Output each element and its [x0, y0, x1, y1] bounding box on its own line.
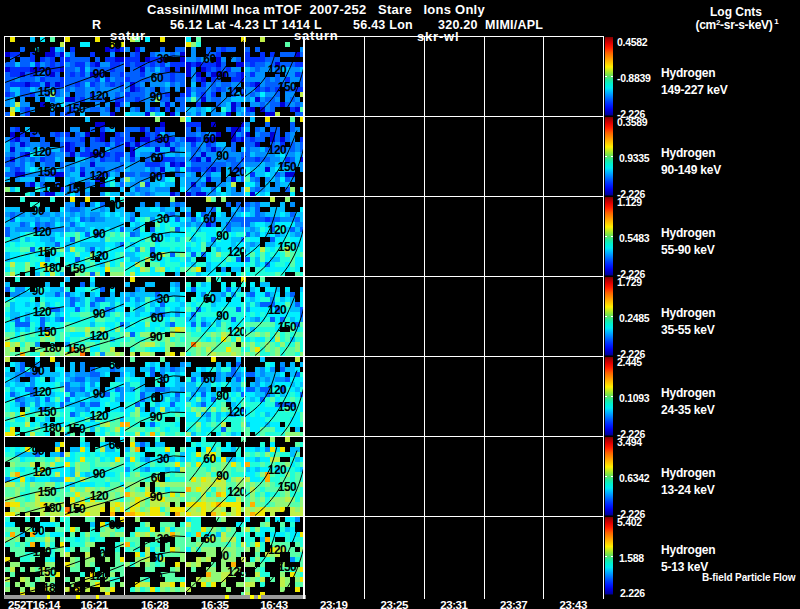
svg-text:90-149 keV: 90-149 keV — [661, 163, 721, 177]
svg-text:16:28: 16:28 — [141, 599, 169, 609]
svg-text:Hydrogen: Hydrogen — [661, 226, 715, 240]
svg-text:Hydrogen: Hydrogen — [661, 386, 715, 400]
svg-text:23:31: 23:31 — [440, 599, 468, 609]
svg-text:16:35: 16:35 — [201, 599, 229, 609]
svg-text:0.6342: 0.6342 — [619, 472, 650, 484]
svg-text:0.9335: 0.9335 — [619, 152, 650, 164]
svg-text:23:43: 23:43 — [560, 599, 587, 609]
svg-text:56.43 Lon: 56.43 Lon — [353, 18, 413, 32]
svg-text:0.1093: 0.1093 — [619, 392, 650, 404]
svg-text:1.129: 1.129 — [617, 196, 642, 208]
svg-text:skr-wl: skr-wl — [417, 29, 459, 44]
svg-text:252T16:14: 252T16:14 — [8, 599, 61, 609]
svg-text:0.3589: 0.3589 — [617, 116, 648, 128]
svg-text:Hydrogen: Hydrogen — [661, 66, 715, 80]
svg-text:Hydrogen: Hydrogen — [661, 146, 715, 160]
svg-text:24-35 keV: 24-35 keV — [661, 403, 715, 417]
svg-text:149-227 keV: 149-227 keV — [661, 83, 728, 97]
svg-text:-0.8839: -0.8839 — [617, 72, 651, 84]
svg-text:3.494: 3.494 — [617, 436, 642, 448]
svg-text:23:25: 23:25 — [381, 599, 409, 609]
svg-text:B-field Particle Flow: B-field Particle Flow — [702, 572, 796, 583]
svg-text:0.5483: 0.5483 — [619, 232, 650, 244]
svg-text:0.4582: 0.4582 — [617, 36, 648, 48]
svg-text:16:43: 16:43 — [260, 599, 287, 609]
svg-text:0.2485: 0.2485 — [619, 312, 650, 324]
svg-text:23:37: 23:37 — [500, 599, 527, 609]
svg-text:R: R — [92, 18, 101, 32]
svg-text:35-55 keV: 35-55 keV — [661, 323, 715, 337]
svg-text:2.445: 2.445 — [617, 356, 642, 368]
svg-text:Cassini/MIMI Inca mTOF 2007-2: Cassini/MIMI Inca mTOF 2007-252 Stare Io… — [147, 2, 485, 17]
svg-text:1.588: 1.588 — [619, 552, 644, 564]
svg-text:16:21: 16:21 — [81, 599, 109, 609]
svg-text:Hydrogen: Hydrogen — [661, 466, 715, 480]
svg-text:(cm2-sr-s-keV) 1: (cm2-sr-s-keV) 1 — [695, 17, 779, 32]
svg-text:saturn: saturn — [294, 28, 339, 43]
svg-text:1.729: 1.729 — [617, 276, 642, 288]
svg-text:satur: satur — [110, 28, 146, 43]
svg-text:5.402: 5.402 — [617, 516, 642, 528]
svg-text:2.226: 2.226 — [620, 587, 645, 599]
svg-text:55-90 keV: 55-90 keV — [661, 243, 715, 257]
svg-text:Log Cnts: Log Cnts — [710, 5, 762, 19]
svg-text:Hydrogen: Hydrogen — [661, 306, 715, 320]
svg-text:13-24 keV: 13-24 keV — [661, 483, 715, 497]
svg-text:MIMI/APL: MIMI/APL — [485, 18, 543, 32]
svg-text:23:19: 23:19 — [320, 599, 347, 609]
svg-text:Hydrogen: Hydrogen — [661, 543, 715, 557]
